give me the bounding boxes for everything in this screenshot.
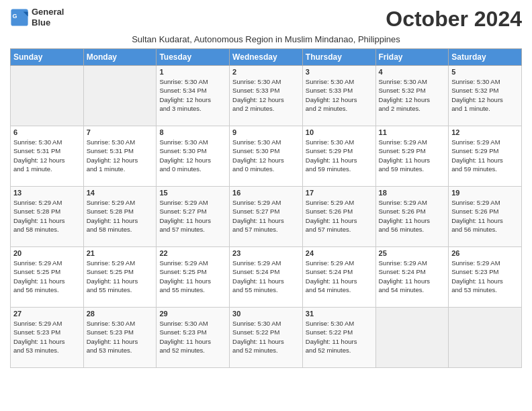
day-info: Sunrise: 5:29 AM Sunset: 5:24 PM Dayligh… — [306, 259, 373, 294]
week-row-4: 20Sunrise: 5:29 AM Sunset: 5:25 PM Dayli… — [11, 247, 522, 308]
day-info: Sunrise: 5:29 AM Sunset: 5:28 PM Dayligh… — [87, 198, 154, 234]
day-cell: 24Sunrise: 5:29 AM Sunset: 5:24 PM Dayli… — [302, 247, 375, 308]
day-number: 2 — [232, 68, 300, 76]
day-cell: 31Sunrise: 5:30 AM Sunset: 5:22 PM Dayli… — [302, 308, 375, 368]
day-number: 27 — [13, 310, 81, 318]
svg-text:G: G — [13, 13, 17, 19]
day-info: Sunrise: 5:29 AM Sunset: 5:27 PM Dayligh… — [159, 198, 226, 234]
day-info: Sunrise: 5:29 AM Sunset: 5:29 PM Dayligh… — [451, 138, 519, 173]
day-number: 17 — [306, 189, 373, 197]
day-number: 4 — [379, 68, 446, 76]
month-title: October 2024 — [386, 7, 522, 32]
day-cell: 16Sunrise: 5:29 AM Sunset: 5:27 PM Dayli… — [230, 187, 303, 247]
logo: G General Blue — [10, 7, 64, 28]
day-number: 11 — [379, 128, 446, 136]
day-info: Sunrise: 5:29 AM Sunset: 5:25 PM Dayligh… — [87, 259, 154, 294]
day-info: Sunrise: 5:29 AM Sunset: 5:27 PM Dayligh… — [232, 198, 300, 234]
day-number: 26 — [451, 249, 519, 257]
day-info: Sunrise: 5:29 AM Sunset: 5:26 PM Dayligh… — [379, 198, 446, 234]
day-cell: 5Sunrise: 5:30 AM Sunset: 5:32 PM Daylig… — [449, 66, 522, 126]
header-row: SundayMondayTuesdayWednesdayThursdayFrid… — [11, 49, 522, 66]
week-row-3: 13Sunrise: 5:29 AM Sunset: 5:28 PM Dayli… — [11, 187, 522, 247]
day-cell: 23Sunrise: 5:29 AM Sunset: 5:24 PM Dayli… — [230, 247, 303, 308]
day-cell: 12Sunrise: 5:29 AM Sunset: 5:29 PM Dayli… — [449, 126, 522, 187]
day-info: Sunrise: 5:30 AM Sunset: 5:33 PM Dayligh… — [232, 77, 300, 113]
day-cell: 22Sunrise: 5:29 AM Sunset: 5:25 PM Dayli… — [157, 247, 230, 308]
day-info: Sunrise: 5:30 AM Sunset: 5:29 PM Dayligh… — [306, 138, 373, 173]
day-number: 13 — [13, 189, 81, 197]
day-cell: 8Sunrise: 5:30 AM Sunset: 5:30 PM Daylig… — [157, 126, 230, 187]
day-cell: 9Sunrise: 5:30 AM Sunset: 5:30 PM Daylig… — [230, 126, 303, 187]
day-cell: 1Sunrise: 5:30 AM Sunset: 5:34 PM Daylig… — [157, 66, 230, 126]
day-info: Sunrise: 5:30 AM Sunset: 5:31 PM Dayligh… — [87, 138, 154, 173]
calendar-table: SundayMondayTuesdayWednesdayThursdayFrid… — [10, 48, 522, 368]
day-cell: 17Sunrise: 5:29 AM Sunset: 5:26 PM Dayli… — [302, 187, 375, 247]
day-info: Sunrise: 5:29 AM Sunset: 5:29 PM Dayligh… — [379, 138, 446, 173]
day-cell: 7Sunrise: 5:30 AM Sunset: 5:31 PM Daylig… — [83, 126, 157, 187]
day-cell: 27Sunrise: 5:29 AM Sunset: 5:23 PM Dayli… — [11, 308, 84, 368]
day-info: Sunrise: 5:29 AM Sunset: 5:24 PM Dayligh… — [232, 259, 300, 294]
header-thursday: Thursday — [302, 49, 375, 66]
day-info: Sunrise: 5:30 AM Sunset: 5:32 PM Dayligh… — [451, 77, 519, 113]
day-cell: 13Sunrise: 5:29 AM Sunset: 5:28 PM Dayli… — [11, 187, 84, 247]
day-number: 29 — [159, 310, 226, 318]
logo-icon: G — [10, 8, 29, 27]
day-number: 24 — [306, 249, 373, 257]
day-info: Sunrise: 5:30 AM Sunset: 5:33 PM Dayligh… — [306, 77, 373, 113]
day-cell: 26Sunrise: 5:29 AM Sunset: 5:23 PM Dayli… — [449, 247, 522, 308]
day-info: Sunrise: 5:30 AM Sunset: 5:23 PM Dayligh… — [159, 319, 226, 355]
header-saturday: Saturday — [449, 49, 522, 66]
day-number: 10 — [306, 128, 373, 136]
day-number: 12 — [451, 128, 519, 136]
day-info: Sunrise: 5:29 AM Sunset: 5:23 PM Dayligh… — [13, 319, 81, 355]
day-number: 20 — [13, 249, 81, 257]
day-info: Sunrise: 5:29 AM Sunset: 5:24 PM Dayligh… — [379, 259, 446, 294]
day-cell: 30Sunrise: 5:30 AM Sunset: 5:22 PM Dayli… — [230, 308, 303, 368]
day-number: 8 — [159, 128, 226, 136]
header-tuesday: Tuesday — [157, 49, 230, 66]
day-info: Sunrise: 5:29 AM Sunset: 5:25 PM Dayligh… — [159, 259, 226, 294]
page-header: G General Blue October 2024 — [10, 7, 522, 32]
day-number: 3 — [306, 68, 373, 76]
day-number: 19 — [451, 189, 519, 197]
week-row-2: 6Sunrise: 5:30 AM Sunset: 5:31 PM Daylig… — [11, 126, 522, 187]
day-number: 6 — [13, 128, 81, 136]
day-number: 7 — [87, 128, 154, 136]
day-cell: 28Sunrise: 5:30 AM Sunset: 5:23 PM Dayli… — [83, 308, 157, 368]
day-number: 5 — [451, 68, 519, 76]
day-cell: 11Sunrise: 5:29 AM Sunset: 5:29 PM Dayli… — [375, 126, 449, 187]
day-number: 31 — [306, 310, 373, 318]
header-wednesday: Wednesday — [230, 49, 303, 66]
day-info: Sunrise: 5:30 AM Sunset: 5:22 PM Dayligh… — [232, 319, 300, 355]
day-cell: 6Sunrise: 5:30 AM Sunset: 5:31 PM Daylig… — [11, 126, 84, 187]
day-info: Sunrise: 5:29 AM Sunset: 5:26 PM Dayligh… — [306, 198, 373, 234]
day-cell: 18Sunrise: 5:29 AM Sunset: 5:26 PM Dayli… — [375, 187, 449, 247]
header-monday: Monday — [83, 49, 157, 66]
day-info: Sunrise: 5:29 AM Sunset: 5:28 PM Dayligh… — [13, 198, 81, 234]
day-number: 16 — [232, 189, 300, 197]
day-number: 14 — [87, 189, 154, 197]
header-friday: Friday — [375, 49, 449, 66]
day-number: 25 — [379, 249, 446, 257]
day-number: 1 — [159, 68, 226, 76]
day-cell: 29Sunrise: 5:30 AM Sunset: 5:23 PM Dayli… — [157, 308, 230, 368]
day-cell: 25Sunrise: 5:29 AM Sunset: 5:24 PM Dayli… — [375, 247, 449, 308]
header-sunday: Sunday — [11, 49, 84, 66]
day-info: Sunrise: 5:29 AM Sunset: 5:25 PM Dayligh… — [13, 259, 81, 294]
day-number: 9 — [232, 128, 300, 136]
day-cell — [83, 66, 157, 126]
day-cell: 3Sunrise: 5:30 AM Sunset: 5:33 PM Daylig… — [302, 66, 375, 126]
day-info: Sunrise: 5:30 AM Sunset: 5:30 PM Dayligh… — [159, 138, 226, 173]
day-number: 15 — [159, 189, 226, 197]
day-number: 28 — [87, 310, 154, 318]
day-cell: 21Sunrise: 5:29 AM Sunset: 5:25 PM Dayli… — [83, 247, 157, 308]
day-info: Sunrise: 5:30 AM Sunset: 5:32 PM Dayligh… — [379, 77, 446, 113]
day-number: 23 — [232, 249, 300, 257]
day-cell — [11, 66, 84, 126]
day-cell: 14Sunrise: 5:29 AM Sunset: 5:28 PM Dayli… — [83, 187, 157, 247]
day-number: 30 — [232, 310, 300, 318]
day-cell — [449, 308, 522, 368]
day-info: Sunrise: 5:30 AM Sunset: 5:23 PM Dayligh… — [87, 319, 154, 355]
day-cell: 20Sunrise: 5:29 AM Sunset: 5:25 PM Dayli… — [11, 247, 84, 308]
day-cell: 2Sunrise: 5:30 AM Sunset: 5:33 PM Daylig… — [230, 66, 303, 126]
